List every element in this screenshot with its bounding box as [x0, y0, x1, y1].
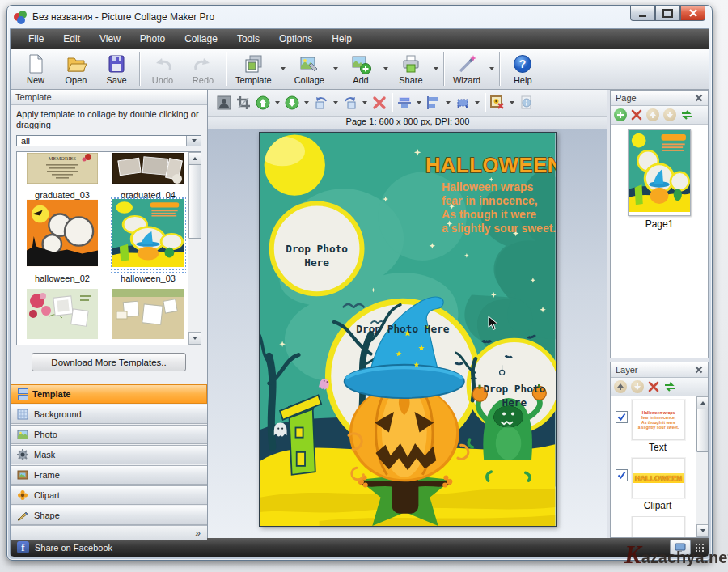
share-on-facebook-link[interactable]: Share on Facebook — [35, 543, 112, 553]
delete-button[interactable] — [370, 93, 389, 112]
collage-dropdown-arrow[interactable] — [333, 67, 338, 70]
template-thumb-halloween-02 — [27, 199, 98, 267]
share-button[interactable]: Share — [391, 52, 431, 87]
add-dropdown-arrow[interactable] — [383, 67, 388, 70]
align-vertical-center-button[interactable] — [395, 93, 414, 112]
help-button[interactable]: ? Help — [502, 52, 543, 87]
portrait-tool-icon[interactable] — [214, 93, 234, 112]
clipart-layer-thumbnail: HALLOWEEN — [632, 458, 685, 498]
layer-visible-checkbox[interactable] — [616, 469, 628, 481]
minimize-button[interactable] — [630, 6, 655, 21]
menu-item-photo[interactable]: Photo — [130, 29, 175, 49]
collage-page[interactable]: HALLOWEEN Halloween wraps fear in innoce… — [259, 132, 557, 527]
layer-visible-checkbox[interactable] — [616, 411, 628, 423]
align-dropdown-arrow[interactable] — [417, 101, 421, 104]
template-item-halloween-03-selected[interactable]: halloween_03 — [108, 197, 188, 283]
move-page-up-button-disabled[interactable] — [646, 108, 659, 121]
title-bar[interactable]: Без названия - Picture Collage Maker Pro — [7, 6, 712, 28]
refresh-pages-button[interactable] — [680, 109, 693, 121]
menu-item-help[interactable]: Help — [322, 29, 362, 49]
category-frame[interactable]: Frame — [11, 465, 207, 485]
open-button[interactable]: Open — [56, 52, 96, 87]
menu-item-tools[interactable]: Tools — [227, 29, 269, 49]
resize-button[interactable] — [453, 93, 472, 112]
layer-down-button-disabled[interactable] — [631, 380, 644, 393]
download-more-templates-button[interactable]: Download More Templates.. — [32, 353, 186, 371]
align-left-button[interactable] — [424, 93, 443, 112]
category-background[interactable]: Background — [11, 405, 207, 424]
menu-item-options[interactable]: Options — [269, 29, 322, 49]
category-template[interactable]: Template — [11, 384, 207, 404]
scrollbar-thumb[interactable] — [696, 409, 708, 452]
template-button[interactable]: Template — [229, 52, 278, 87]
panel-splitter[interactable] — [11, 375, 207, 383]
template-item-halloween-02[interactable]: halloween_02 — [22, 197, 103, 283]
page1-thumbnail[interactable] — [628, 129, 691, 216]
add-page-button[interactable] — [614, 108, 627, 121]
remove-mask-dropdown-arrow[interactable] — [510, 101, 514, 104]
canvas-viewport[interactable]: HALLOWEEN Halloween wraps fear in innoce… — [208, 129, 607, 538]
new-button[interactable]: New — [15, 52, 56, 87]
delete-layer-button[interactable] — [648, 381, 659, 392]
collage-button[interactable]: Collage — [288, 52, 331, 87]
share-dropdown-arrow[interactable] — [434, 67, 438, 70]
refresh-layers-button[interactable] — [663, 381, 676, 392]
layer-up-button-disabled[interactable] — [614, 380, 627, 393]
combobox-dropdown-button[interactable] — [186, 136, 201, 146]
rotate-left-dropdown-arrow[interactable] — [333, 101, 338, 104]
template-filter-combobox[interactable]: all — [16, 135, 201, 146]
scroll-up-button[interactable] — [188, 152, 201, 165]
template-list-scrollbar[interactable] — [188, 152, 201, 345]
more-categories-bar[interactable]: » — [11, 525, 207, 540]
resize-dropdown-arrow[interactable] — [475, 101, 480, 104]
template-item-partial-1[interactable] — [22, 286, 103, 345]
rotate-right-dropdown-arrow[interactable] — [362, 101, 367, 104]
delete-page-button[interactable] — [631, 109, 642, 121]
properties-button[interactable] — [517, 93, 536, 112]
move-down-button[interactable] — [282, 93, 302, 112]
category-photo[interactable]: Photo — [11, 425, 207, 444]
scrollbar-thumb[interactable] — [188, 164, 201, 239]
add-button[interactable]: Add — [341, 52, 381, 87]
page-list[interactable]: Page1 — [611, 125, 708, 358]
template-item-partial-2[interactable] — [108, 286, 188, 345]
undo-button[interactable]: Undo — [142, 52, 183, 87]
crop-tool-icon[interactable] — [234, 93, 253, 112]
move-up-button[interactable] — [253, 93, 273, 112]
scroll-down-button[interactable] — [696, 524, 708, 537]
move-page-down-button-disabled[interactable] — [663, 108, 676, 121]
menu-item-file[interactable]: File — [19, 29, 53, 49]
layer-list[interactable]: Halloween wraps fear in innocence, As th… — [611, 396, 708, 537]
move-up-dropdown-arrow[interactable] — [275, 101, 280, 104]
layer-row-text[interactable]: Halloween wraps fear in innocence, As th… — [614, 400, 695, 453]
close-icon[interactable] — [695, 94, 703, 102]
wizard-dropdown-arrow[interactable] — [489, 67, 494, 70]
rotate-left-button[interactable] — [311, 93, 331, 112]
close-icon[interactable] — [695, 366, 703, 374]
rotate-right-button[interactable] — [341, 93, 360, 112]
layer-row-partial[interactable] — [614, 516, 695, 537]
wizard-button[interactable]: Wizard — [447, 52, 487, 87]
save-button[interactable]: Save — [96, 52, 137, 87]
scroll-up-button[interactable] — [696, 396, 708, 409]
remove-mask-button[interactable] — [488, 93, 507, 112]
template-list[interactable]: MEMORIES graduated_03 — [16, 151, 201, 345]
template-dropdown-arrow[interactable] — [281, 67, 286, 70]
category-shape[interactable]: Shape — [11, 506, 207, 525]
align-left-dropdown-arrow[interactable] — [446, 101, 451, 104]
scroll-down-button[interactable] — [188, 332, 201, 345]
layer-list-scrollbar[interactable] — [696, 396, 708, 537]
template-item-graduated-03[interactable]: MEMORIES graduated_03 — [22, 151, 103, 200]
category-clipart[interactable]: Clipart — [11, 485, 207, 505]
maximize-button[interactable] — [655, 6, 680, 21]
move-down-dropdown-arrow[interactable] — [304, 101, 309, 104]
redo-button[interactable]: Redo — [183, 52, 223, 87]
menu-item-edit[interactable]: Edit — [53, 29, 90, 49]
close-button[interactable] — [680, 6, 705, 21]
template-item-graduated-04[interactable]: graduated_04 — [108, 151, 188, 200]
menu-item-collage[interactable]: Collage — [175, 29, 227, 49]
category-mask[interactable]: Mask — [11, 445, 207, 464]
toolbar-separator — [485, 93, 485, 112]
menu-item-view[interactable]: View — [90, 29, 130, 49]
layer-row-clipart[interactable]: HALLOWEEN Clipart — [614, 458, 695, 511]
